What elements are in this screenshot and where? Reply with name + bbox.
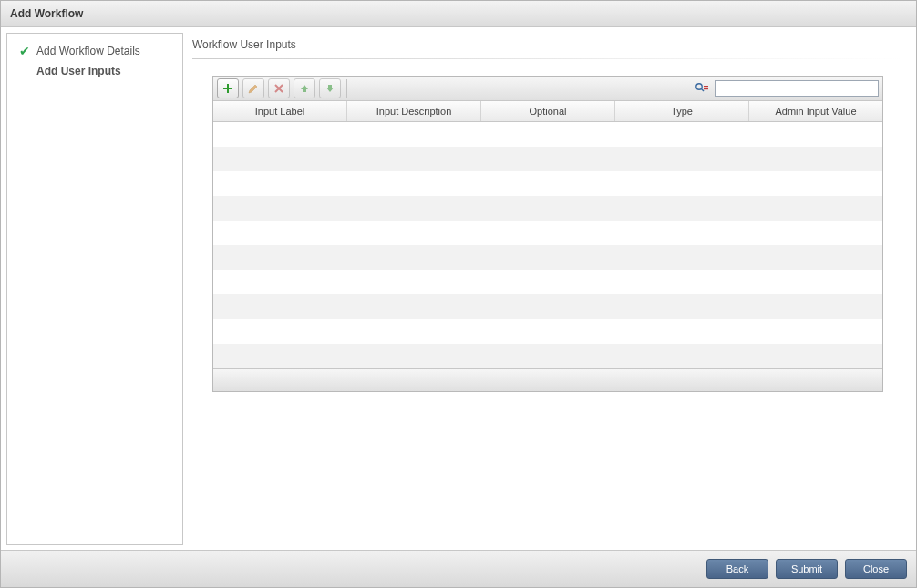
add-workflow-dialog: Add Workflow ✔ Add Workflow Details Add … <box>0 0 917 588</box>
table-row <box>213 270 882 294</box>
column-input-label[interactable]: Input Label <box>213 101 347 121</box>
section-divider <box>192 58 903 59</box>
column-type[interactable]: Type <box>615 101 749 121</box>
svg-rect-6 <box>704 86 708 87</box>
table-row <box>213 294 882 319</box>
table-row <box>213 221 882 245</box>
table-row <box>213 344 882 368</box>
step-add-user-inputs[interactable]: Add User Inputs <box>15 61 175 81</box>
arrow-up-icon <box>299 83 310 94</box>
dialog-button-bar: Back Submit Close <box>1 550 916 587</box>
wizard-steps-sidebar: ✔ Add Workflow Details Add User Inputs <box>6 33 183 545</box>
submit-button[interactable]: Submit <box>776 559 838 579</box>
table-row <box>213 196 882 221</box>
delete-icon <box>273 83 284 94</box>
column-admin-input-value[interactable]: Admin Input Value <box>749 101 882 121</box>
pencil-icon <box>248 83 259 94</box>
step-label: Add User Inputs <box>36 65 121 77</box>
close-button[interactable]: Close <box>845 559 907 579</box>
svg-rect-1 <box>223 88 232 89</box>
search-area <box>693 80 879 97</box>
user-inputs-grid: Input Label Input Description Optional T… <box>212 76 883 392</box>
move-down-button[interactable] <box>319 78 341 98</box>
move-up-button[interactable] <box>294 78 315 98</box>
step-label: Add Workflow Details <box>36 45 140 57</box>
column-optional[interactable]: Optional <box>481 101 615 121</box>
svg-line-5 <box>702 89 705 92</box>
dialog-body: ✔ Add Workflow Details Add User Inputs W… <box>1 27 916 551</box>
column-input-description[interactable]: Input Description <box>347 101 481 121</box>
grid-toolbar <box>213 77 882 101</box>
back-button[interactable]: Back <box>706 559 768 579</box>
grid-footer <box>213 368 882 391</box>
table-row <box>213 122 882 147</box>
table-row <box>213 245 882 270</box>
main-panel: Workflow User Inputs <box>183 33 911 545</box>
arrow-down-icon <box>325 83 335 94</box>
section-title: Workflow User Inputs <box>192 36 903 55</box>
search-input[interactable] <box>715 80 879 97</box>
table-row <box>213 147 882 171</box>
step-add-workflow-details[interactable]: ✔ Add Workflow Details <box>15 41 175 61</box>
add-button[interactable] <box>217 78 239 98</box>
table-row <box>213 171 882 196</box>
plus-icon <box>222 83 233 94</box>
toolbar-separator <box>346 79 347 98</box>
table-row <box>213 319 882 344</box>
delete-button[interactable] <box>268 78 290 98</box>
check-icon: ✔ <box>18 44 31 58</box>
svg-point-4 <box>696 84 702 89</box>
grid-header: Input Label Input Description Optional T… <box>213 101 882 122</box>
dialog-title: Add Workflow <box>1 1 916 27</box>
grid-body <box>213 122 882 368</box>
svg-rect-7 <box>704 88 708 89</box>
edit-button[interactable] <box>242 78 264 98</box>
filter-icon[interactable] <box>693 82 711 95</box>
